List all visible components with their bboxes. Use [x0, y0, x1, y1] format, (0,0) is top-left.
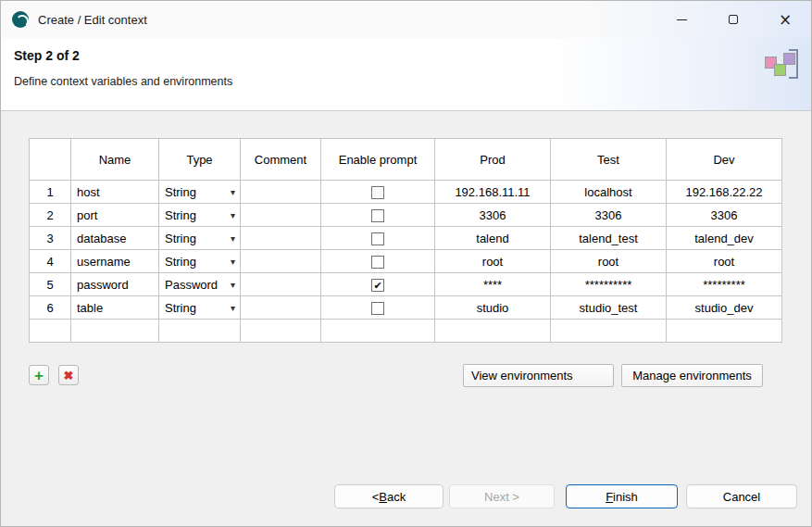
table-row: 2portString▾330633063306: [30, 204, 782, 227]
type-dropdown-cell[interactable]: String▾: [159, 227, 241, 250]
type-value: String: [165, 185, 196, 199]
test-value-cell[interactable]: [551, 320, 667, 343]
create-edit-context-dialog: Create / Edit context × Step 2 of 2 Defi…: [0, 0, 812, 527]
close-button[interactable]: ×: [759, 1, 811, 38]
prod-value-cell[interactable]: root: [435, 250, 551, 273]
enable-prompt-cell: [321, 204, 435, 227]
comment-cell[interactable]: [241, 227, 321, 250]
variable-name-cell[interactable]: database: [71, 227, 159, 250]
dev-value-cell[interactable]: studio_dev: [667, 296, 782, 320]
table-row: 1hostString▾192.168.11.11localhost192.16…: [30, 181, 782, 204]
type-dropdown-cell[interactable]: String▾: [159, 296, 241, 320]
type-value: String: [165, 255, 196, 269]
test-value-cell[interactable]: studio_test: [551, 296, 667, 320]
dev-value-cell[interactable]: *********: [667, 273, 782, 296]
comment-cell[interactable]: [241, 181, 321, 204]
row-number-cell: 2: [30, 204, 71, 227]
chevron-down-icon[interactable]: ▾: [231, 257, 235, 267]
test-value-cell[interactable]: talend_test: [551, 227, 667, 250]
type-value: Password: [165, 278, 218, 292]
table-header-row: Name Type Comment Enable prompt Prod Tes…: [30, 139, 782, 181]
type-dropdown-cell[interactable]: String▾: [159, 204, 241, 227]
view-environments-button[interactable]: View environments: [463, 364, 614, 387]
comment-cell[interactable]: [241, 204, 321, 227]
column-header-type: Type: [159, 139, 241, 181]
next-button[interactable]: Next >: [449, 484, 555, 508]
enable-prompt-cell: [321, 250, 435, 273]
prod-value-cell[interactable]: 3306: [435, 204, 551, 227]
enable-prompt-cell: [321, 320, 435, 343]
manage-environments-button[interactable]: Manage environments: [621, 364, 763, 387]
dev-value-cell[interactable]: [667, 320, 782, 343]
variable-name-cell[interactable]: [71, 320, 159, 343]
type-dropdown-cell[interactable]: String▾: [159, 181, 241, 204]
chevron-down-icon[interactable]: ▾: [231, 187, 235, 197]
context-variables-icon: [763, 47, 798, 82]
prod-value-cell[interactable]: [435, 320, 551, 343]
enable-prompt-checkbox[interactable]: ✔: [371, 279, 384, 292]
enable-prompt-checkbox[interactable]: [371, 186, 384, 199]
table-body: 1hostString▾192.168.11.11localhost192.16…: [30, 181, 782, 343]
add-variable-button[interactable]: +: [29, 365, 49, 385]
title-bar: Create / Edit context ×: [1, 1, 811, 38]
dev-value-cell[interactable]: root: [667, 250, 782, 273]
step-title: Step 2 of 2: [14, 48, 80, 63]
chevron-down-icon[interactable]: ▾: [231, 280, 235, 290]
dev-value-cell[interactable]: 192.168.22.22: [667, 181, 782, 204]
enable-prompt-cell: [321, 181, 435, 204]
enable-prompt-checkbox[interactable]: [371, 209, 384, 222]
comment-cell[interactable]: [241, 273, 321, 296]
table-row: 4usernameString▾rootrootroot: [30, 250, 782, 273]
type-dropdown-cell[interactable]: [159, 320, 241, 343]
prod-value-cell[interactable]: talend: [435, 227, 551, 250]
test-value-cell[interactable]: **********: [551, 273, 667, 296]
table-row: 6tableString▾studiostudio_teststudio_dev: [30, 296, 782, 320]
dev-value-cell[interactable]: talend_dev: [667, 227, 782, 250]
prod-value-cell[interactable]: 192.168.11.11: [435, 181, 551, 204]
column-header-test: Test: [551, 139, 667, 181]
variable-name-cell[interactable]: port: [71, 204, 159, 227]
maximize-button[interactable]: [707, 1, 759, 38]
chevron-down-icon[interactable]: ▾: [231, 210, 235, 220]
prod-value-cell[interactable]: ****: [435, 273, 551, 296]
step-subtitle: Define context variables and environment…: [14, 75, 232, 88]
type-dropdown-cell[interactable]: String▾: [159, 250, 241, 273]
comment-cell[interactable]: [241, 250, 321, 273]
enable-prompt-cell: [321, 227, 435, 250]
test-value-cell[interactable]: 3306: [551, 204, 667, 227]
comment-cell[interactable]: [241, 296, 321, 320]
chevron-down-icon[interactable]: ▾: [231, 233, 235, 244]
column-header-name: Name: [71, 139, 159, 181]
enable-prompt-checkbox[interactable]: [371, 232, 384, 245]
maximize-icon: [729, 15, 738, 24]
column-header-enable-prompt: Enable prompt: [321, 139, 435, 181]
test-value-cell[interactable]: root: [551, 250, 667, 273]
dev-value-cell[interactable]: 3306: [667, 204, 782, 227]
variable-name-cell[interactable]: password: [71, 273, 159, 296]
prod-value-cell[interactable]: studio: [435, 296, 551, 320]
variable-name-cell[interactable]: table: [71, 296, 159, 320]
minimize-button[interactable]: [656, 1, 707, 38]
row-number-cell: 1: [30, 181, 71, 204]
column-header-dev: Dev: [667, 139, 782, 181]
type-dropdown-cell[interactable]: Password▾: [159, 273, 241, 296]
variable-name-cell[interactable]: username: [71, 250, 159, 273]
variable-name-cell[interactable]: host: [71, 181, 159, 204]
close-icon: ×: [779, 12, 792, 28]
finish-button[interactable]: Finish: [566, 484, 678, 508]
app-icon: [12, 11, 29, 28]
wizard-header: Step 2 of 2 Define context variables and…: [1, 38, 811, 111]
test-value-cell[interactable]: localhost: [551, 181, 667, 204]
type-value: String: [165, 301, 196, 315]
row-number-cell: 6: [30, 296, 71, 320]
chevron-down-icon[interactable]: ▾: [231, 303, 235, 313]
remove-variable-button[interactable]: ✖: [58, 365, 79, 385]
table-row: 5passwordPassword▾✔*********************…: [30, 273, 782, 296]
enable-prompt-cell: [321, 296, 435, 320]
comment-cell[interactable]: [241, 320, 321, 343]
back-button[interactable]: < Back: [334, 484, 443, 508]
cancel-button[interactable]: Cancel: [686, 484, 797, 508]
row-number-cell: [30, 320, 71, 343]
enable-prompt-checkbox[interactable]: [371, 302, 384, 315]
enable-prompt-checkbox[interactable]: [371, 256, 384, 269]
